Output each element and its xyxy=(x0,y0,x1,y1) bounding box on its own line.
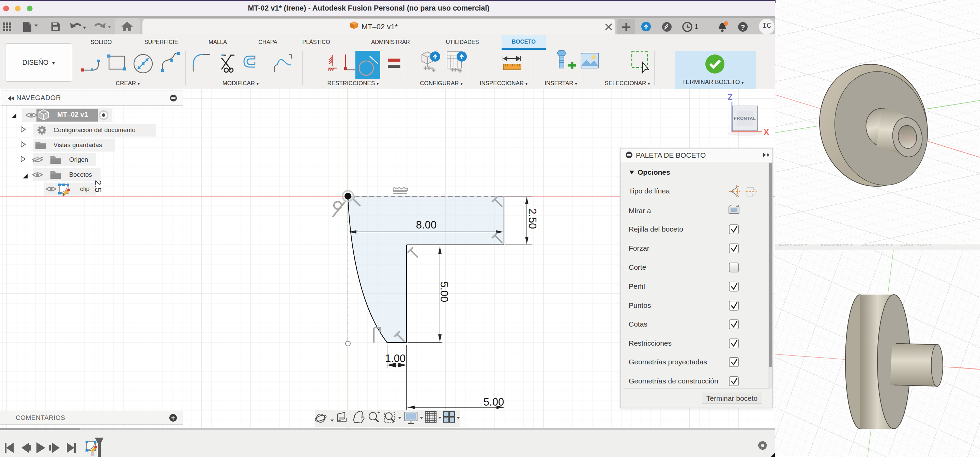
svg-text:?: ? xyxy=(741,24,745,31)
